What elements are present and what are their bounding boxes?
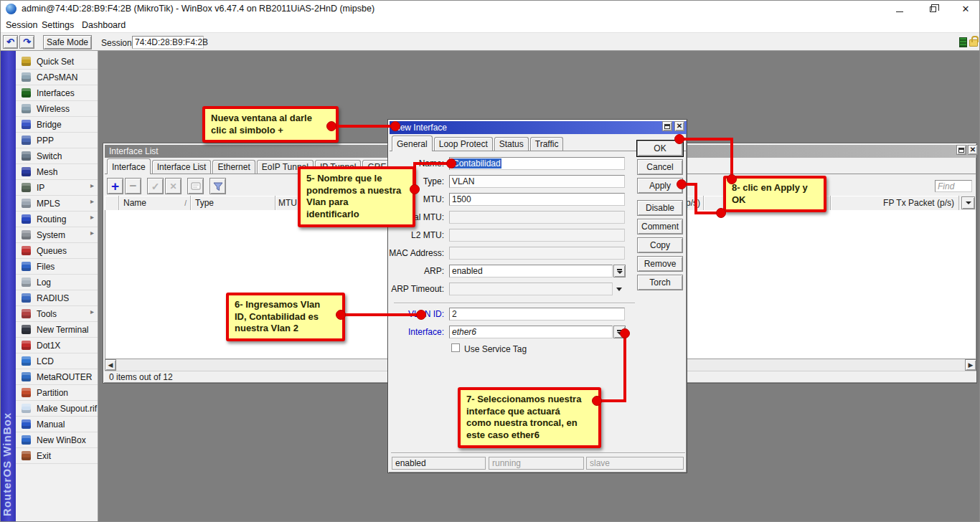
submenu-arrow-icon: ▸ (90, 229, 94, 237)
arp-timeout-dropdown-icon[interactable] (616, 288, 622, 291)
sidebar-item[interactable]: Partition (16, 385, 98, 401)
tab-interface[interactable]: Interface (107, 158, 151, 174)
sidebar-item[interactable]: Exit (16, 448, 98, 464)
sidebar-item[interactable]: Interfaces (16, 85, 98, 101)
sidebar-item[interactable]: Dot1X (16, 338, 98, 353)
arp-label: ARP: (424, 266, 444, 276)
type-label: Type: (423, 176, 444, 186)
sidebar-item[interactable]: MetaROUTER (16, 369, 98, 385)
column-select-dropdown-button[interactable] (961, 196, 975, 209)
interface-select[interactable]: ether6 (449, 326, 613, 338)
redo-button[interactable]: ↷ (19, 35, 34, 49)
window-restore-button[interactable] (956, 145, 966, 155)
find-input[interactable] (935, 180, 972, 192)
mtu-label: MTU: (423, 194, 444, 204)
sidebar-item[interactable]: Files (16, 259, 98, 275)
callout-step7-interface: 7- Seleccionamos nuestra interface que a… (458, 387, 601, 448)
use-service-tag-checkbox[interactable] (451, 343, 460, 352)
tab-label: Status (499, 139, 524, 149)
column-label: p/s) (686, 198, 700, 208)
close-button[interactable]: ✕ (953, 1, 979, 17)
secure-lock-icon (969, 39, 978, 47)
sidebar-item[interactable]: CAPsMAN (16, 70, 98, 85)
tab-traffic[interactable]: Traffic (530, 137, 564, 151)
sidebar-item[interactable]: New Terminal (16, 322, 98, 338)
arp-select[interactable]: enabled (449, 265, 613, 277)
sidebar-item[interactable]: RADIUS (16, 290, 98, 306)
restore-button[interactable] (920, 1, 946, 17)
enable-button[interactable]: ✓ (147, 178, 164, 194)
sidebar-item-label: Wireless (37, 104, 70, 114)
sidebar-item[interactable]: Switch (16, 148, 98, 164)
sidebar-item-label: RADIUS (37, 293, 69, 303)
arp-timeout-field (449, 283, 613, 295)
scroll-right-button[interactable]: ▶ (965, 359, 976, 371)
torch-button[interactable]: Torch (637, 275, 683, 290)
minimize-button[interactable] (887, 1, 913, 17)
sidebar-item-label: Switch (37, 151, 62, 161)
sidebar-item[interactable]: Manual (16, 417, 98, 432)
sidebar-item-label: Routing (37, 214, 66, 224)
sidebar-item[interactable]: Log (16, 275, 98, 290)
comment-button[interactable]: Comment (637, 219, 683, 234)
menu-session[interactable]: Session (6, 20, 37, 30)
comment-button[interactable] (187, 178, 204, 194)
column-header-fp-tx-packet[interactable]: FP Tx Packet (p/s) (831, 196, 959, 210)
interface-list-title: Interface List (109, 146, 159, 156)
interface-dropdown-button[interactable] (613, 326, 626, 338)
tab-ethernet[interactable]: Ethernet (212, 160, 255, 174)
column-header-name[interactable]: Name / (119, 196, 191, 210)
sidebar-item[interactable]: New WinBox (16, 432, 98, 448)
tab-status[interactable]: Status (494, 137, 529, 151)
column-header-type[interactable]: Type (191, 196, 275, 210)
column-header-blank[interactable] (105, 196, 119, 210)
sidebar-item[interactable]: IP ▸ (16, 180, 98, 196)
sidebar-item-label: Manual (37, 419, 65, 430)
arp-dropdown-button[interactable] (613, 265, 626, 277)
name-input[interactable]: Contabilidad (449, 157, 625, 170)
sidebar-item[interactable]: LCD (16, 353, 98, 369)
mtu-input[interactable]: 1500 (449, 193, 625, 206)
apply-button[interactable]: Apply (637, 178, 683, 194)
undo-button[interactable]: ↶ (3, 35, 18, 49)
sidebar-item[interactable]: MPLS ▸ (16, 196, 98, 212)
filter-button[interactable] (209, 178, 226, 194)
dialog-titlebar[interactable]: New Interface (390, 121, 687, 134)
copy-button[interactable]: Copy (637, 237, 683, 253)
comment-card-icon (191, 181, 201, 191)
safe-mode-button[interactable]: Safe Mode (43, 35, 92, 49)
cancel-button[interactable]: Cancel (637, 159, 683, 175)
dialog-footer-divider (391, 452, 685, 453)
tab-loop-protect[interactable]: Loop Protect (434, 137, 493, 151)
menu-dashboard[interactable]: Dashboard (82, 20, 126, 30)
add-button[interactable]: + (107, 178, 123, 194)
sidebar-item[interactable]: Make Supout.rif (16, 401, 98, 417)
ok-button[interactable]: OK (637, 141, 683, 156)
session-input[interactable]: 74:4D:28:B9:F4:2B (132, 36, 204, 49)
dialog-close-button[interactable]: ✕ (674, 121, 684, 131)
sidebar-item[interactable]: Quick Set (16, 54, 98, 70)
window-close-button[interactable]: ✕ (968, 145, 978, 155)
sidebar-item[interactable]: Bridge (16, 117, 98, 133)
menu-settings[interactable]: Settings (42, 20, 74, 30)
sidebar-item[interactable]: Routing ▸ (16, 212, 98, 227)
sidebar-item[interactable]: Mesh (16, 164, 98, 180)
remove-button[interactable]: − (125, 178, 141, 194)
disable-button[interactable]: Disable (637, 200, 683, 216)
sidebar-item[interactable]: Tools ▸ (16, 306, 98, 322)
tab-interface-list[interactable]: Interface List (152, 160, 212, 174)
scroll-left-button[interactable]: ◀ (105, 359, 116, 371)
submenu-arrow-icon: ▸ (90, 308, 94, 315)
sidebar-item-label: LCD (37, 356, 54, 366)
sidebar-item[interactable]: System ▸ (16, 227, 98, 243)
sidebar-item-icon (22, 72, 31, 82)
sidebar-item[interactable]: Queues (16, 243, 98, 259)
dialog-restore-button[interactable] (662, 121, 672, 131)
sidebar-item[interactable]: PPP (16, 133, 98, 148)
remove-button[interactable]: Remove (637, 256, 683, 272)
disable-button[interactable]: ✕ (165, 178, 182, 194)
sidebar-item-label: Make Supout.rif (37, 404, 97, 414)
tab-general[interactable]: General (392, 136, 433, 151)
vlan-id-input[interactable]: 2 (449, 308, 625, 321)
sidebar-item[interactable]: Wireless (16, 101, 98, 117)
